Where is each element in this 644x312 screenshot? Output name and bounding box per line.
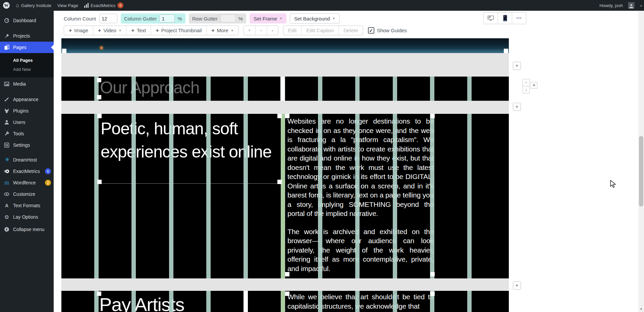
sidebar-item-appearance[interactable]: Appearance (0, 94, 54, 105)
add-more-button[interactable]: + More ▼ (206, 26, 238, 35)
site-name-menu[interactable]: ⌂ Gallery Institute (13, 0, 54, 11)
view-page-link[interactable]: View Page (54, 0, 81, 11)
mobile-preview-button[interactable] (498, 12, 512, 24)
sidebar-item-media[interactable]: Media (0, 78, 54, 90)
sidebar-item-users[interactable]: Users (0, 117, 54, 128)
resize-handle[interactable] (97, 78, 101, 82)
resize-handle[interactable] (277, 180, 282, 184)
move-row-down-button[interactable]: ↓ (523, 86, 530, 93)
dreamhost-icon (4, 157, 10, 163)
align-middle-button[interactable] (255, 26, 267, 35)
align-bottom-button[interactable] (267, 26, 278, 35)
resize-handle[interactable] (97, 95, 101, 99)
set-frame-button[interactable]: Set Frame ▼ (250, 13, 286, 24)
account-menu[interactable]: Howdy, josh (596, 0, 628, 11)
grid-row-pay-artists[interactable]: Pay Artists While we believe that art sh… (61, 291, 509, 312)
sidebar-item-customize[interactable]: Customize (0, 188, 54, 200)
wordpress-menu[interactable]: W (0, 0, 13, 11)
highlighted-gutter-guide (281, 291, 285, 312)
resize-handle[interactable] (430, 292, 435, 296)
sidebar-item-label: Plugins (13, 108, 29, 114)
percent-label: % (177, 16, 182, 21)
add-text-button[interactable]: + Text (126, 26, 151, 35)
dashboard-icon (4, 18, 10, 23)
avatar[interactable] (628, 2, 635, 9)
resize-handle[interactable] (430, 272, 435, 276)
sidebar-item-projects[interactable]: Projects (0, 30, 54, 42)
resize-handle[interactable] (62, 49, 66, 53)
exactmetrics-count-badge: 6 (45, 168, 51, 174)
align-middle-icon (260, 28, 262, 33)
sidebar-item-dashboard[interactable]: Dashboard (0, 15, 54, 26)
hero-image[interactable] (61, 38, 509, 53)
resize-handle[interactable] (504, 49, 508, 53)
row-gap (61, 53, 509, 77)
edit-caption-button[interactable]: Edit Caption (302, 26, 339, 35)
resize-handle[interactable] (97, 114, 102, 118)
scroll-down-icon: ▼ (640, 308, 643, 311)
column-gutter-group: Column Gutter % (121, 13, 185, 24)
sidebar-item-settings[interactable]: Settings (0, 139, 54, 151)
section-heading-text[interactable]: Our Approach (100, 78, 200, 97)
edit-button[interactable]: Edit (283, 26, 302, 35)
scroll-up-button[interactable]: ▲ (638, 0, 644, 11)
resize-handle[interactable] (285, 114, 289, 118)
column-gutter-input[interactable] (159, 14, 175, 23)
add-image-button[interactable]: + Image (64, 26, 93, 35)
sidebar-item-text-formats[interactable]: A Text Formats (0, 200, 54, 211)
editor-content: Column Count Column Gutter % Row Gutter … (54, 11, 644, 312)
resize-handle[interactable] (277, 114, 282, 118)
sidebar-item-tools[interactable]: Tools (0, 128, 54, 139)
resize-handle[interactable] (430, 114, 435, 118)
body-text-element[interactable]: Websites are no longer destinations to b… (287, 117, 434, 273)
resize-handle[interactable] (97, 292, 101, 296)
sidebar-item-plugins[interactable]: Plugins (0, 105, 54, 117)
delete-button[interactable]: Delete (338, 26, 363, 35)
element-edge-handle[interactable] (280, 77, 285, 101)
resize-handle[interactable] (285, 292, 289, 296)
home-icon: ⌂ (16, 3, 19, 8)
plus-icon: + (515, 282, 518, 288)
sidebar-item-all-pages[interactable]: All Pages (0, 56, 54, 65)
column-gutter-label: Column Gutter (124, 16, 157, 21)
exactmetrics-menu[interactable]: ExactMetrics 6 (81, 0, 126, 11)
sidebar-item-collapse-menu[interactable]: Collapse menu (0, 224, 54, 235)
add-row-button[interactable]: + (513, 103, 521, 111)
align-top-button[interactable] (244, 26, 255, 35)
sidebar-item-label: Text Formats (13, 203, 40, 208)
section-heading-text[interactable]: Pay Artists (99, 294, 184, 312)
grid-row-approach-body[interactable]: Poetic, human, soft experiences exist on… (61, 114, 509, 278)
show-guides-control: ✓ Show Guides (368, 26, 407, 35)
scroll-down-button[interactable]: ▼ (638, 306, 644, 312)
add-row-button[interactable]: + (513, 281, 521, 289)
desktop-preview-button[interactable] (484, 12, 498, 24)
more-options-button[interactable]: … (512, 12, 526, 24)
statement-element[interactable]: Poetic, human, soft experiences exist on… (99, 116, 280, 184)
show-guides-checkbox[interactable]: ✓ (368, 27, 374, 34)
sidebar-item-dreamhost[interactable]: DreamHost (0, 154, 54, 166)
sidebar-item-pages[interactable]: Pages (0, 42, 54, 53)
scrollbar-thumb[interactable] (639, 136, 643, 207)
fence-icon (4, 180, 10, 185)
resize-handle[interactable] (285, 272, 289, 276)
resize-handle[interactable] (97, 180, 102, 184)
sidebar-item-wordfence[interactable]: Wordfence 2 (0, 177, 54, 188)
add-video-button[interactable]: + Video ▼ (93, 26, 126, 35)
column-count-input[interactable] (99, 14, 117, 23)
row-gutter-input[interactable] (220, 14, 236, 23)
move-row-up-button[interactable]: ↑ (523, 79, 530, 86)
element-edge-handle[interactable] (244, 291, 248, 312)
remove-row-button[interactable]: ✕ (531, 82, 537, 89)
add-row-button[interactable]: + (513, 62, 521, 70)
view-page-label: View Page (57, 3, 78, 8)
sidebar-item-lay-options[interactable]: ⚙ Lay Options (0, 211, 54, 223)
sidebar-item-add-new[interactable]: Add New (0, 65, 54, 74)
sidebar-item-exactmetrics[interactable]: ExactMetrics 6 (0, 166, 54, 177)
device-preview-group: … (483, 12, 526, 24)
scroll-up-icon: ▲ (640, 4, 643, 7)
body-text-element[interactable]: While we believe that art shouldn't be t… (287, 292, 434, 311)
grid-row-our-approach[interactable]: Our Approach (61, 77, 509, 101)
page-scrollbar[interactable]: ▲ ▼ (638, 0, 644, 312)
set-background-button[interactable]: Set Background ▼ (290, 13, 340, 24)
add-project-thumbnail-button[interactable]: + Project Thumbnail (151, 26, 206, 35)
